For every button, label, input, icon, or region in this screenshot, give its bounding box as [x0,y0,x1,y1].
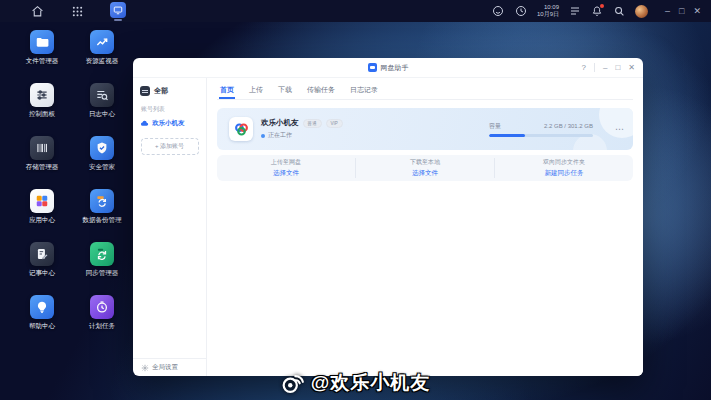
minimize-button[interactable]: – [665,6,670,16]
desktop-icon-security[interactable]: 安全管家 [72,136,132,189]
desktop-icon-label: 存储管理器 [26,163,59,170]
desktop-icon-grid: 文件管理器 资源监视器 控制面板 日志中心 [12,30,132,348]
app-title-icon [368,63,377,72]
desktop-icon-file-manager[interactable]: 文件管理器 [12,30,72,83]
window-maximize-button[interactable]: □ [615,63,620,72]
sidebar-account-item[interactable]: 欢乐小机友 [140,119,199,128]
taskbar: 10:09 10月9日 – □ ✕ [0,0,711,22]
desktop-icon-label: 控制面板 [29,110,55,117]
library-icon [140,86,150,96]
quota-block: 容量 2.2 GB / 301.2 GB [489,122,593,137]
card-more-button[interactable]: ⋯ [615,124,625,134]
desktop-icon-label: 同步管理器 [86,269,119,276]
account-badge: 普通 [303,119,322,128]
watermark: @欢乐小机友 [0,370,711,396]
window-title-group: 网盘助手 [368,63,409,73]
main-panel: 首页 上传 下载 传输任务 日志记录 欢乐小机友 [207,78,643,376]
desktop-icon-notes[interactable]: 记事中心 [12,242,72,295]
active-app-indicator [114,19,122,21]
close-button[interactable]: ✕ [693,6,701,16]
sidebar-account-label: 欢乐小机友 [152,119,185,128]
desktop-icon-label: 日志中心 [89,110,115,117]
desktop-icon-help-center[interactable]: 帮助中心 [12,295,72,348]
action-sync: 双向同步文件夹 新建同步任务 [494,158,633,178]
window-close-button[interactable]: ✕ [628,63,635,72]
backup-sync-icon [90,189,114,213]
action-label: 下载至本地 [356,158,494,167]
search-icon[interactable] [612,4,626,18]
trend-chart-icon [90,30,114,54]
taskbar-active-app[interactable] [110,2,126,21]
controls-divider [594,63,595,72]
tab-download[interactable]: 下载 [277,82,293,99]
taskbar-left [0,2,126,21]
notifications-icon[interactable] [591,5,603,17]
tab-upload[interactable]: 上传 [248,82,264,99]
log-search-icon [90,83,114,107]
window-controls: ? – □ ✕ [582,58,635,77]
sliders-icon [30,83,54,107]
desktop-icon-storage-manager[interactable]: 存储管理器 [12,136,72,189]
add-account-button[interactable]: + 添加账号 [141,138,199,155]
user-avatar[interactable] [635,5,648,18]
window-minimize-button[interactable]: – [603,63,607,72]
desktop-icon-sync-manager[interactable]: 同步管理器 [72,242,132,295]
library-label: 全部 [154,86,168,96]
desktop-icon-resource-monitor[interactable]: 资源监视器 [72,30,132,83]
assistant-icon[interactable] [491,4,505,18]
taskbar-clock[interactable]: 10:09 10月9日 [537,4,559,18]
help-button[interactable]: ? [582,63,586,72]
task-queue-icon[interactable] [568,4,582,18]
desktop-icon-label: 帮助中心 [29,322,55,329]
desktop-icon-app-center[interactable]: 应用中心 [12,189,72,242]
tab-bar: 首页 上传 下载 传输任务 日志记录 [217,82,633,100]
cloud-icon [140,119,149,128]
netdisk-logo [229,117,253,141]
action-upload: 上传至网盘 选择文件 [217,158,355,178]
clock-time: 10:09 [544,4,559,11]
clock-icon[interactable] [514,4,528,18]
timer-icon [90,295,114,319]
account-name: 欢乐小机友 [261,118,299,128]
tab-home[interactable]: 首页 [219,82,235,99]
action-label: 双向同步文件夹 [495,158,633,167]
desktop-icon-label: 安全管家 [89,163,115,170]
notification-dot [600,4,604,8]
choose-file-link[interactable]: 选择文件 [217,169,355,178]
quota-label: 容量 [489,122,501,131]
quota-progressbar [489,134,593,137]
tab-transfer-tasks[interactable]: 传输任务 [306,82,336,99]
quota-value: 2.2 GB / 301.2 GB [544,123,593,129]
taskbar-right: 10:09 10月9日 – □ ✕ [491,4,711,18]
quick-actions-card: 上传至网盘 选择文件 下载至本地 选择文件 双向同步文件夹 新建同步任务 [217,155,633,181]
sidebar-library-item[interactable]: 全部 [140,86,199,96]
desktop-icon-log-center[interactable]: 日志中心 [72,83,132,136]
desktop-icon-label: 应用中心 [29,216,55,223]
desktop-icon-control-panel[interactable]: 控制面板 [12,83,72,136]
apps-grid-icon[interactable] [70,4,84,18]
lightbulb-icon [30,295,54,319]
desktop-icon-label: 文件管理器 [26,57,59,64]
home-icon[interactable] [30,4,44,18]
desktop-icon-task-scheduler[interactable]: 计划任务 [72,295,132,348]
window-title: 网盘助手 [381,63,409,73]
account-badge: VIP [326,119,343,128]
netdisk-app-icon [110,2,126,18]
account-status: 正在工作 [268,131,292,140]
app-center-icon [30,189,54,213]
desktop-icon-label: 计划任务 [89,322,115,329]
account-card: 欢乐小机友 普通 VIP 正在工作 容量 2.2 GB / 301.2 GB [217,108,633,150]
new-sync-task-link[interactable]: 新建同步任务 [495,169,633,178]
choose-file-link[interactable]: 选择文件 [356,169,494,178]
sync-arrows-icon [90,242,114,266]
sidebar-section-label: 账号列表 [141,105,199,114]
netdisk-app-window: 网盘助手 ? – □ ✕ 全部 账号列表 欢乐小机友 + 添加账号 [133,58,643,376]
action-label: 上传至网盘 [217,158,355,167]
shield-check-icon [90,136,114,160]
tab-logs[interactable]: 日志记录 [349,82,379,99]
desktop-icon-backup[interactable]: 数据备份管理 [72,189,132,242]
window-titlebar[interactable]: 网盘助手 ? – □ ✕ [133,58,643,78]
desktop-icon-label: 数据备份管理 [83,216,122,223]
maximize-button[interactable]: □ [679,6,684,16]
barcode-icon [30,136,54,160]
